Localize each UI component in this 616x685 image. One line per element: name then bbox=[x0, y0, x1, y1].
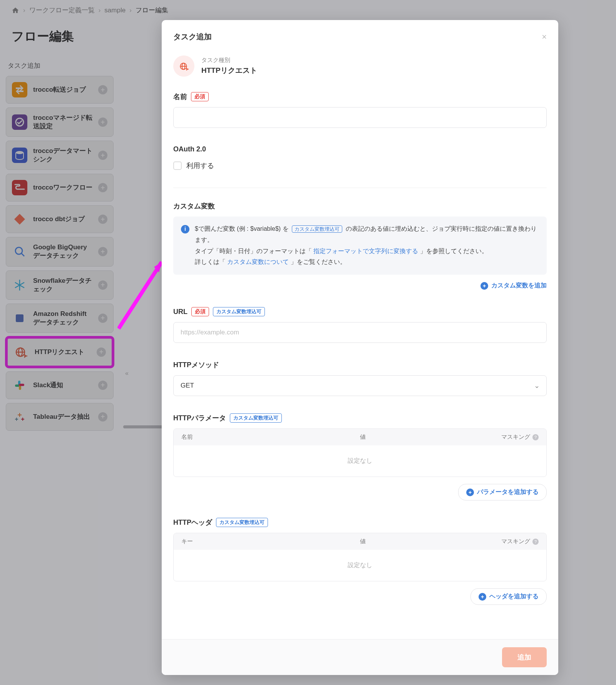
add-task-modal: タスク追加 × タスク種別 HTTPリクエスト 名前 必須 OAuth 2.0 bbox=[162, 20, 558, 675]
col-name: 名前 bbox=[181, 433, 360, 441]
task-type-label: タスク種別 bbox=[201, 57, 257, 64]
divider bbox=[173, 188, 547, 188]
oauth-checkbox[interactable] bbox=[173, 161, 182, 170]
submit-button[interactable]: 追加 bbox=[502, 647, 547, 667]
name-label: 名前 bbox=[173, 92, 187, 101]
task-type-value: HTTPリクエスト bbox=[201, 65, 257, 76]
params-empty: 設定なし bbox=[174, 445, 546, 477]
format-link[interactable]: 指定フォーマットで文字列に変換する bbox=[313, 248, 418, 254]
info-box: i $で囲んだ変数 (例 : $variable$) を カスタム変数埋込可 の… bbox=[173, 217, 547, 275]
url-input[interactable] bbox=[173, 322, 547, 343]
modal-title: タスク追加 bbox=[173, 32, 212, 42]
var-badge: カスタム変数埋込可 bbox=[230, 413, 282, 423]
add-param-button[interactable]: + パラメータを追加する bbox=[458, 484, 547, 500]
info-icon: i bbox=[181, 225, 189, 233]
var-badge: カスタム変数埋込可 bbox=[292, 225, 342, 233]
name-input[interactable] bbox=[173, 107, 547, 128]
headers-table: キー 値 マスキング? 設定なし bbox=[173, 533, 547, 581]
col-key: キー bbox=[181, 538, 360, 545]
custom-var-label: カスタム変数 bbox=[173, 201, 215, 211]
add-header-button[interactable]: + ヘッダを追加する bbox=[470, 588, 547, 605]
help-icon[interactable]: ? bbox=[532, 434, 539, 440]
col-value: 値 bbox=[360, 538, 474, 545]
var-badge: カスタム変数埋込可 bbox=[213, 307, 265, 316]
http-icon bbox=[173, 55, 194, 77]
plus-icon: + bbox=[480, 282, 488, 290]
required-badge: 必須 bbox=[191, 92, 209, 101]
http-params-label: HTTPパラメータ bbox=[173, 413, 226, 423]
required-badge: 必須 bbox=[191, 307, 209, 316]
params-table: 名前 値 マスキング? 設定なし bbox=[173, 428, 547, 477]
var-badge: カスタム変数埋込可 bbox=[216, 518, 268, 527]
oauth-label: OAuth 2.0 bbox=[173, 145, 206, 153]
col-value: 値 bbox=[360, 433, 474, 441]
plus-icon: + bbox=[479, 593, 486, 601]
close-icon[interactable]: × bbox=[542, 32, 547, 42]
http-method-label: HTTPメソッド bbox=[173, 360, 219, 369]
col-mask: マスキング bbox=[501, 538, 530, 545]
plus-icon: + bbox=[466, 489, 474, 496]
col-mask: マスキング bbox=[501, 433, 530, 441]
headers-empty: 設定なし bbox=[174, 550, 546, 581]
url-label: URL bbox=[173, 308, 187, 316]
oauth-checkbox-label: 利用する bbox=[186, 161, 214, 170]
http-method-select[interactable]: GET bbox=[173, 375, 547, 396]
task-type-row: タスク種別 HTTPリクエスト bbox=[173, 55, 547, 77]
help-icon[interactable]: ? bbox=[532, 539, 539, 545]
http-headers-label: HTTPヘッダ bbox=[173, 518, 212, 527]
add-custom-var-button[interactable]: + カスタム変数を追加 bbox=[480, 282, 547, 290]
custom-var-link[interactable]: カスタム変数について bbox=[227, 259, 289, 265]
